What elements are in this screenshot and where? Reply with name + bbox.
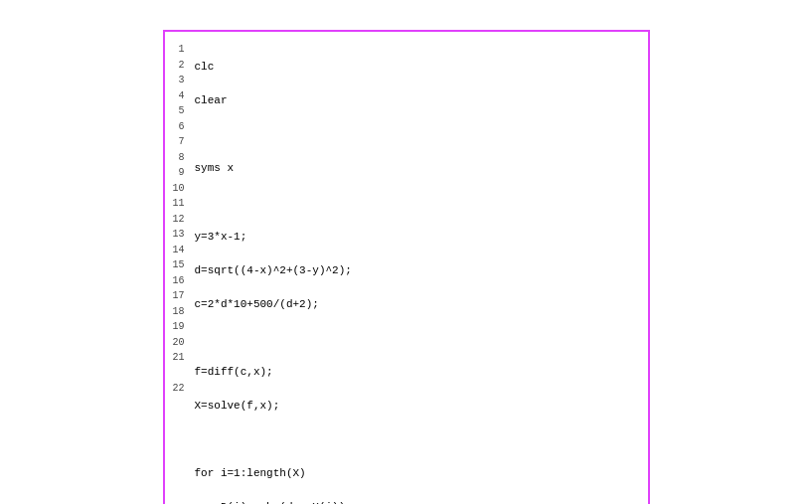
code-line: clc: [195, 59, 640, 76]
code-line: clear: [195, 92, 640, 109]
code-line: syms x: [195, 160, 640, 177]
code-line: c=2*d*10+500/(d+2);: [195, 296, 640, 313]
code-line: D(i)=subs(d,x,X(i));: [195, 499, 640, 504]
code-line: [195, 194, 640, 211]
code-line: [195, 431, 640, 448]
code-line: for i=1:length(X): [195, 465, 640, 482]
page: 1 2 3 4 5 6 7 8 9 10 11 12 13 14 15 16 1…: [0, 0, 812, 504]
code-line: [195, 330, 640, 347]
code-line: [195, 126, 640, 143]
line-numbers: 1 2 3 4 5 6 7 8 9 10 11 12 13 14 15 16 1…: [165, 42, 189, 397]
code-content: clc clear syms x y=3*x-1; d=sqrt((4-x)^2…: [195, 42, 640, 504]
code-line: d=sqrt((4-x)^2+(3-y)^2);: [195, 262, 640, 279]
code-block: 1 2 3 4 5 6 7 8 9 10 11 12 13 14 15 16 1…: [163, 30, 650, 504]
code-line: f=diff(c,x);: [195, 364, 640, 381]
code-line: y=3*x-1;: [195, 229, 640, 246]
code-line: X=solve(f,x);: [195, 398, 640, 415]
